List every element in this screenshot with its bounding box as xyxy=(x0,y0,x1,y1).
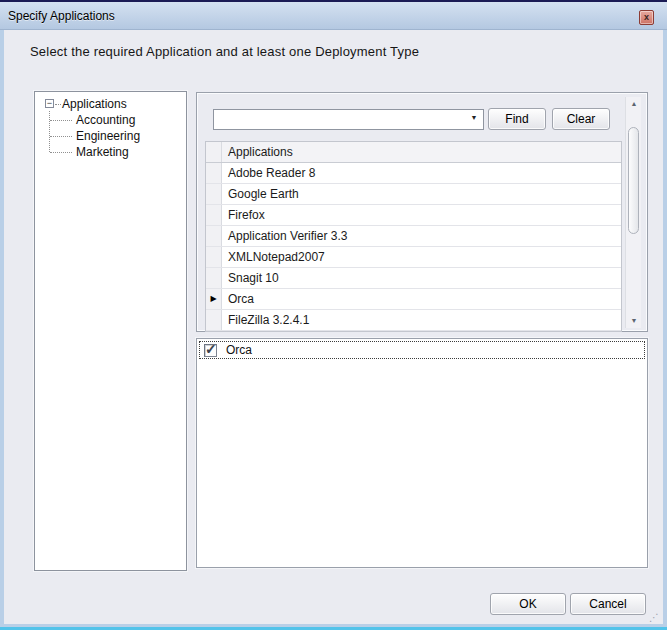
scroll-up-icon[interactable]: ▲ xyxy=(626,97,642,111)
table-row[interactable]: FileZilla 3.2.4.1 xyxy=(206,310,621,331)
row-indicator xyxy=(206,247,222,267)
scrollbar-thumb[interactable] xyxy=(628,127,639,234)
grid-header-row: Applications xyxy=(206,142,621,163)
table-row[interactable]: XMLNotepad2007 xyxy=(206,247,621,268)
table-row[interactable]: Snagit 10 xyxy=(206,268,621,289)
deployment-types-panel: ✓Orca xyxy=(196,338,648,568)
row-indicator xyxy=(206,205,222,225)
collapse-icon[interactable]: − xyxy=(45,99,54,108)
table-row[interactable]: Firefox xyxy=(206,205,621,226)
app-grid-body: Adobe Reader 8Google EarthFirefoxApplica… xyxy=(206,163,621,331)
table-row[interactable]: Application Verifier 3.3 xyxy=(206,226,621,247)
tree-item-label: Engineering xyxy=(76,129,140,143)
search-combobox[interactable]: ▼ xyxy=(213,109,484,130)
specify-applications-dialog: Specify Applications x Select the requir… xyxy=(0,0,667,630)
row-indicator xyxy=(206,163,222,183)
application-name-cell: Firefox xyxy=(222,205,621,225)
application-name-cell: Google Earth xyxy=(222,184,621,204)
close-icon: x xyxy=(644,12,649,22)
tree-item-label: Marketing xyxy=(76,145,129,159)
resize-grip-icon[interactable]: ⋰ xyxy=(649,614,659,622)
grid-header-label: Applications xyxy=(222,142,621,162)
tree-connector-line xyxy=(55,104,61,105)
window-title: Specify Applications xyxy=(8,9,115,23)
window-border-left xyxy=(0,30,4,630)
application-name-cell: Application Verifier 3.3 xyxy=(222,226,621,246)
application-name-cell: XMLNotepad2007 xyxy=(222,247,621,267)
row-indicator xyxy=(206,226,222,246)
application-name-cell: Orca xyxy=(222,289,621,309)
tree-connector-line xyxy=(50,120,72,121)
deployment-type-item[interactable]: ✓Orca xyxy=(199,341,645,359)
table-row[interactable]: Google Earth xyxy=(206,184,621,205)
dialog-instruction: Select the required Application and at l… xyxy=(30,44,419,59)
tree-root-label[interactable]: Applications xyxy=(62,97,127,111)
tree-connector-line xyxy=(50,136,72,137)
clear-button[interactable]: Clear xyxy=(552,108,610,130)
table-row[interactable]: Adobe Reader 8 xyxy=(206,163,621,184)
tree-children: AccountingEngineeringMarketing xyxy=(35,112,186,160)
tree-item-label: Accounting xyxy=(76,113,135,127)
applications-grid: Applications Adobe Reader 8Google EarthF… xyxy=(205,141,622,332)
tree-item-accounting[interactable]: Accounting xyxy=(35,112,186,128)
application-name-cell: Adobe Reader 8 xyxy=(222,163,621,183)
row-indicator xyxy=(206,268,222,288)
cancel-button[interactable]: Cancel xyxy=(570,593,646,615)
tree-connector-line xyxy=(50,152,72,153)
window-border-bottom xyxy=(0,624,667,630)
search-input[interactable] xyxy=(216,111,464,128)
chevron-down-icon[interactable]: ▼ xyxy=(467,114,481,121)
find-button[interactable]: Find xyxy=(488,108,546,130)
close-button[interactable]: x xyxy=(639,10,654,25)
application-name-cell: FileZilla 3.2.4.1 xyxy=(222,310,621,330)
titlebar: Specify Applications x xyxy=(0,2,667,30)
tree-item-engineering[interactable]: Engineering xyxy=(35,128,186,144)
scroll-down-icon[interactable]: ▼ xyxy=(626,314,642,328)
row-indicator xyxy=(206,310,222,330)
applications-tree-panel: − Applications AccountingEngineeringMark… xyxy=(34,91,187,571)
tree-item-applications[interactable]: − Applications xyxy=(35,96,186,112)
tree-item-marketing[interactable]: Marketing xyxy=(35,144,186,160)
applications-list-panel: ▼ Find Clear Applications Adobe Reader 8… xyxy=(196,92,648,332)
table-row[interactable]: ▶Orca xyxy=(206,289,621,310)
grid-header-indicator xyxy=(206,142,222,162)
checkbox[interactable]: ✓ xyxy=(204,344,217,357)
deployment-type-label: Orca xyxy=(226,343,252,357)
ok-button[interactable]: OK xyxy=(490,593,566,615)
check-icon: ✓ xyxy=(205,341,217,357)
selected-row-indicator-icon: ▶ xyxy=(206,289,222,309)
application-name-cell: Snagit 10 xyxy=(222,268,621,288)
row-indicator xyxy=(206,184,222,204)
vertical-scrollbar[interactable]: ▲ ▼ xyxy=(625,97,641,328)
window-border-right xyxy=(663,30,667,630)
